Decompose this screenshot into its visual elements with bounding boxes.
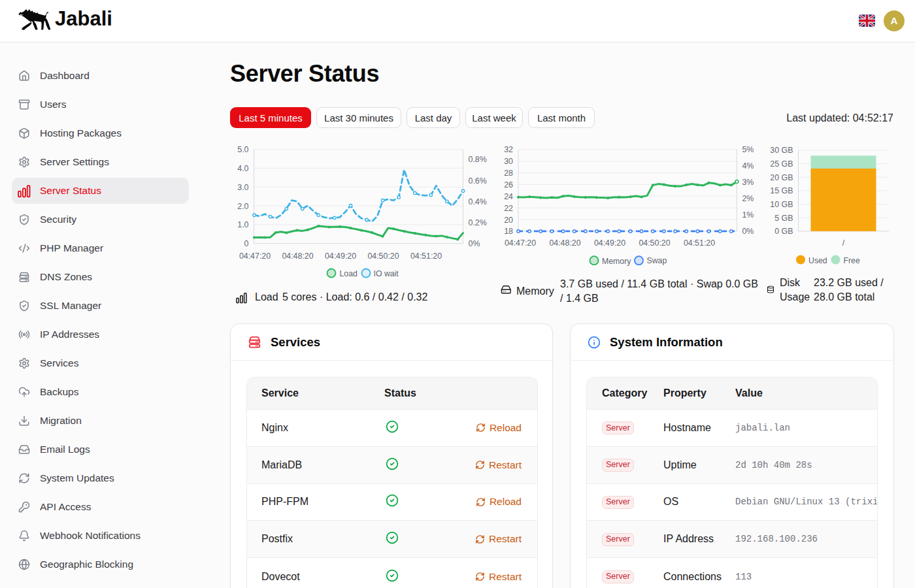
svg-text:0: 0 — [244, 239, 249, 248]
svg-text:/: / — [842, 238, 845, 248]
svg-text:22: 22 — [504, 204, 513, 213]
svg-text:0.4%: 0.4% — [469, 197, 487, 206]
svg-text:24: 24 — [504, 192, 513, 201]
svg-text:15 GB: 15 GB — [770, 186, 793, 195]
svg-text:0%: 0% — [742, 227, 754, 236]
svg-text:04:48:20: 04:48:20 — [549, 238, 580, 248]
svg-text:20 GB: 20 GB — [770, 173, 793, 182]
svg-text:32: 32 — [504, 145, 513, 154]
svg-text:04:50:20: 04:50:20 — [639, 238, 670, 248]
svg-text:Used: Used — [808, 256, 827, 265]
svg-text:4%: 4% — [742, 161, 754, 171]
svg-text:0.8%: 0.8% — [469, 155, 487, 164]
svg-text:5%: 5% — [742, 145, 754, 154]
svg-text:2%: 2% — [742, 194, 754, 203]
svg-text:1%: 1% — [742, 210, 754, 220]
svg-text:20: 20 — [504, 216, 513, 225]
svg-text:04:51:20: 04:51:20 — [684, 238, 715, 248]
svg-text:IO wait: IO wait — [374, 269, 399, 278]
svg-text:0.2%: 0.2% — [469, 218, 487, 227]
svg-text:2.0: 2.0 — [237, 202, 248, 211]
svg-text:04:47:20: 04:47:20 — [505, 238, 536, 248]
svg-text:5 GB: 5 GB — [774, 214, 793, 223]
svg-text:0%: 0% — [469, 239, 480, 248]
svg-text:26: 26 — [504, 180, 513, 189]
svg-text:0.6%: 0.6% — [469, 176, 487, 186]
svg-text:3.0: 3.0 — [237, 183, 248, 192]
svg-text:30 GB: 30 GB — [770, 146, 793, 155]
svg-text:28: 28 — [504, 169, 513, 178]
svg-text:Memory: Memory — [602, 257, 631, 266]
svg-text:Free: Free — [844, 256, 860, 265]
svg-text:1.0: 1.0 — [237, 220, 248, 229]
svg-text:04:50:20: 04:50:20 — [367, 252, 399, 261]
svg-text:0 GB: 0 GB — [774, 227, 793, 236]
svg-text:5.0: 5.0 — [237, 145, 248, 154]
svg-text:04:49:20: 04:49:20 — [325, 252, 356, 261]
svg-text:Swap: Swap — [647, 256, 667, 265]
svg-text:10 GB: 10 GB — [770, 200, 793, 209]
svg-text:30: 30 — [504, 157, 513, 166]
svg-text:3%: 3% — [742, 178, 754, 187]
svg-text:Load: Load — [340, 269, 358, 278]
svg-text:4.0: 4.0 — [237, 164, 248, 173]
svg-text:25 GB: 25 GB — [770, 159, 793, 169]
svg-text:04:47:20: 04:47:20 — [239, 252, 271, 261]
svg-text:04:51:20: 04:51:20 — [410, 252, 442, 261]
svg-text:18: 18 — [504, 227, 513, 236]
svg-text:04:48:20: 04:48:20 — [282, 252, 313, 261]
svg-text:04:49:20: 04:49:20 — [594, 238, 625, 248]
